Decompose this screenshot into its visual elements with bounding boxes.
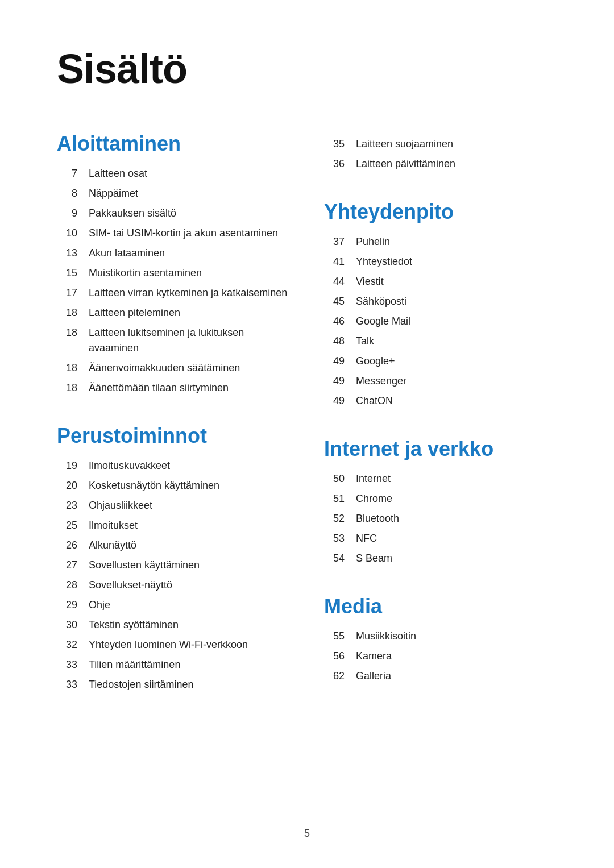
toc-number: 20: [57, 478, 77, 493]
toc-entries-yhteydenpito: 37 Puhelin 41 Yhteystiedot 44 Viestit 45…: [324, 234, 557, 409]
toc-text: Pakkauksen sisältö: [89, 206, 176, 221]
toc-text: Näppäimet: [89, 186, 138, 201]
toc-number: 41: [324, 254, 345, 269]
toc-number: 35: [324, 136, 345, 152]
list-item: 48 Talk: [324, 334, 557, 349]
list-item: 8 Näppäimet: [57, 186, 290, 201]
toc-number: 52: [324, 511, 345, 526]
page-title: Sisältö: [57, 45, 557, 92]
list-item: 32 Yhteyden luominen Wi-Fi-verkkoon: [57, 637, 290, 653]
toc-number: 50: [324, 471, 345, 487]
toc-number: 18: [57, 360, 77, 376]
toc-number: 45: [324, 294, 345, 309]
list-item: 45 Sähköposti: [324, 294, 557, 309]
list-item: 13 Akun lataaminen: [57, 246, 290, 261]
toc-number: 10: [57, 226, 77, 241]
toc-number: 7: [57, 166, 77, 181]
toc-number: 51: [324, 491, 345, 506]
list-item: 62 Galleria: [324, 668, 557, 684]
list-item: 29 Ohje: [57, 597, 290, 613]
section-title-perustoiminnot: Perustoiminnot: [57, 424, 290, 448]
list-item: 9 Pakkauksen sisältö: [57, 206, 290, 221]
toc-text: Internet: [356, 471, 391, 487]
toc-number: 28: [57, 578, 77, 593]
toc-number: 33: [57, 677, 77, 692]
toc-number: 36: [324, 156, 345, 172]
toc-number: 29: [57, 597, 77, 613]
list-item: 25 Ilmoitukset: [57, 518, 290, 533]
list-item: 19 Ilmoituskuvakkeet: [57, 458, 290, 474]
list-item: 27 Sovellusten käyttäminen: [57, 558, 290, 573]
toc-number: 13: [57, 246, 77, 261]
toc-number: 56: [324, 649, 345, 664]
toc-number: 49: [324, 373, 345, 389]
toc-text: Ohjausliikkeet: [89, 498, 152, 513]
toc-number: 30: [57, 617, 77, 633]
list-item: 35 Laitteen suojaaminen: [324, 136, 557, 152]
toc-entries-laitteen-suojaus: 35 Laitteen suojaaminen 36 Laitteen päiv…: [324, 136, 557, 172]
toc-text: ChatON: [356, 393, 393, 409]
list-item: 50 Internet: [324, 471, 557, 487]
list-item: 30 Tekstin syöttäminen: [57, 617, 290, 633]
section-laitteen-suojaus: 35 Laitteen suojaaminen 36 Laitteen päiv…: [324, 136, 557, 172]
toc-text: Tekstin syöttäminen: [89, 617, 179, 633]
list-item: 7 Laitteen osat: [57, 166, 290, 181]
list-item: 33 Tiedostojen siirtäminen: [57, 677, 290, 692]
toc-text: Laitteen piteleminen: [89, 305, 180, 321]
toc-number: 15: [57, 265, 77, 281]
toc-number: 46: [324, 314, 345, 329]
toc-text: Google Mail: [356, 314, 410, 329]
list-item: 20 Kosketusnäytön käyttäminen: [57, 478, 290, 493]
toc-entries-internet-ja-verkko: 50 Internet 51 Chrome 52 Bluetooth 53 NF…: [324, 471, 557, 566]
section-aloittaminen: Aloittaminen 7 Laitteen osat 8 Näppäimet…: [57, 132, 290, 396]
list-item: 10 SIM- tai USIM-kortin ja akun asentami…: [57, 226, 290, 241]
section-title-media: Media: [324, 595, 557, 618]
list-item: 37 Puhelin: [324, 234, 557, 250]
page-number: 5: [304, 828, 310, 840]
list-item: 49 ChatON: [324, 393, 557, 409]
toc-number: 53: [324, 531, 345, 546]
list-item: 56 Kamera: [324, 649, 557, 664]
list-item: 36 Laitteen päivittäminen: [324, 156, 557, 172]
section-yhteydenpito: Yhteydenpito 37 Puhelin 41 Yhteystiedot …: [324, 200, 557, 409]
toc-number: 27: [57, 558, 77, 573]
list-item: 17 Laitteen virran kytkeminen ja katkais…: [57, 285, 290, 301]
toc-text: Kamera: [356, 649, 392, 664]
list-item: 55 Musiikkisoitin: [324, 629, 557, 644]
toc-entries-aloittaminen: 7 Laitteen osat 8 Näppäimet 9 Pakkauksen…: [57, 166, 290, 396]
toc-text: Puhelin: [356, 234, 390, 250]
toc-text: Talk: [356, 334, 374, 349]
toc-text: Laitteen lukitseminen ja lukituksen avaa…: [89, 325, 290, 356]
list-item: 51 Chrome: [324, 491, 557, 506]
section-title-internet-ja-verkko: Internet ja verkko: [324, 437, 557, 461]
toc-text: Ilmoituskuvakkeet: [89, 458, 170, 474]
list-item: 15 Muistikortin asentaminen: [57, 265, 290, 281]
toc-number: 18: [57, 305, 77, 321]
toc-text: Tiedostojen siirtäminen: [89, 677, 193, 692]
page: Sisältö Aloittaminen 7 Laitteen osat 8 N…: [0, 0, 614, 868]
toc-text: NFC: [356, 531, 377, 546]
toc-number: 54: [324, 551, 345, 566]
list-item: 52 Bluetooth: [324, 511, 557, 526]
toc-text: Bluetooth: [356, 511, 399, 526]
toc-text: Sovellusten käyttäminen: [89, 558, 200, 573]
toc-text: Kosketusnäytön käyttäminen: [89, 478, 219, 493]
list-item: 54 S Beam: [324, 551, 557, 566]
toc-number: 48: [324, 334, 345, 349]
toc-number: 17: [57, 285, 77, 301]
toc-text: Laitteen virran kytkeminen ja katkaisemi…: [89, 285, 287, 301]
toc-text: Galleria: [356, 668, 391, 684]
list-item: 49 Messenger: [324, 373, 557, 389]
list-item: 41 Yhteystiedot: [324, 254, 557, 269]
toc-number: 49: [324, 393, 345, 409]
toc-text: SIM- tai USIM-kortin ja akun asentaminen: [89, 226, 278, 241]
toc-text: Laitteen osat: [89, 166, 147, 181]
list-item: 18 Äänettömään tilaan siirtyminen: [57, 380, 290, 396]
toc-text: Yhteystiedot: [356, 254, 412, 269]
toc-text: Laitteen päivittäminen: [356, 156, 455, 172]
toc-text: Sovellukset-näyttö: [89, 578, 172, 593]
content-layout: Aloittaminen 7 Laitteen osat 8 Näppäimet…: [57, 132, 557, 721]
toc-text: S Beam: [356, 551, 392, 566]
toc-number: 26: [57, 538, 77, 553]
list-item: 18 Laitteen piteleminen: [57, 305, 290, 321]
